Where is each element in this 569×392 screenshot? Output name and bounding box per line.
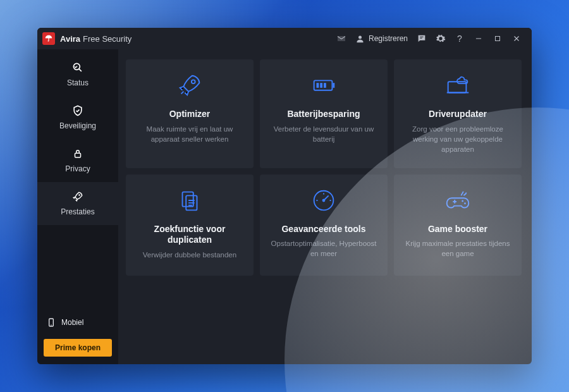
card-optimizer[interactable]: Optimizer Maak ruimte vrij en laat uw ap… xyxy=(126,59,254,168)
brand-name: Avira xyxy=(60,34,80,44)
main-content: Optimizer Maak ruimte vrij en laat uw ap… xyxy=(118,49,532,364)
nav-item-privacy[interactable]: Privacy xyxy=(37,139,118,182)
card-duplicate-finder[interactable]: Zoekfunctie voor duplicaten Verwijder du… xyxy=(126,175,254,276)
account-button[interactable]: Registreren xyxy=(352,30,412,47)
svg-point-19 xyxy=(464,202,466,204)
rocket-icon xyxy=(71,190,85,204)
lock-icon xyxy=(71,147,85,161)
card-title: Batterijbesparing xyxy=(287,109,360,120)
documents-icon xyxy=(175,186,204,215)
nav-label: Beveiliging xyxy=(59,121,96,130)
svg-rect-11 xyxy=(320,83,322,88)
gamepad-icon xyxy=(443,186,472,215)
prime-buy-button[interactable]: Prime kopen xyxy=(44,339,112,357)
card-driver-updater[interactable]: Driverupdater Zorg voor een probleemloze… xyxy=(394,59,522,168)
sidebar: Status Beveiliging Privacy xyxy=(37,49,118,364)
rocket-icon xyxy=(175,71,204,100)
svg-point-0 xyxy=(358,35,362,39)
battery-icon xyxy=(309,71,338,100)
minimize-icon xyxy=(474,34,483,43)
minimize-button[interactable] xyxy=(470,30,487,47)
card-description: Verwijder dubbele bestanden xyxy=(143,250,236,260)
nav: Status Beveiliging Privacy xyxy=(37,49,118,225)
svg-point-4 xyxy=(78,194,80,196)
app-window: Avira Free Security Registreren ? xyxy=(37,28,532,364)
umbrella-icon xyxy=(44,34,53,43)
gear-icon xyxy=(436,34,446,44)
status-icon xyxy=(71,61,85,75)
brand-logo xyxy=(42,32,55,45)
svg-rect-9 xyxy=(333,83,334,88)
nav-item-security[interactable]: Beveiliging xyxy=(37,96,118,139)
close-icon xyxy=(512,34,521,43)
card-grid: Optimizer Maak ruimte vrij en laat uw ap… xyxy=(126,59,522,276)
card-advanced-tools[interactable]: Geavanceerde tools Opstartoptimalisatie,… xyxy=(260,175,388,276)
card-description: Zorg voor een probleemloze werking van u… xyxy=(404,124,511,154)
card-title: Geavanceerde tools xyxy=(281,224,365,235)
svg-rect-3 xyxy=(75,153,81,157)
svg-point-7 xyxy=(192,80,195,83)
user-icon xyxy=(355,34,365,44)
svg-rect-10 xyxy=(317,83,319,88)
close-button[interactable] xyxy=(508,30,525,47)
nav-label: Status xyxy=(67,78,89,87)
register-label: Registreren xyxy=(369,34,408,43)
card-title: Zoekfunctie voor duplicaten xyxy=(136,224,243,246)
prime-label: Prime kopen xyxy=(55,343,101,352)
nav-item-status[interactable]: Status xyxy=(37,53,118,96)
card-description: Verbeter de levensduur van uw batterij xyxy=(270,124,377,144)
window-body: Status Beveiliging Privacy xyxy=(37,49,532,364)
laptop-cloud-icon xyxy=(443,71,472,100)
card-title: Driverupdater xyxy=(429,109,487,120)
svg-point-18 xyxy=(462,200,463,202)
feedback-button[interactable] xyxy=(413,30,431,47)
card-title: Game booster xyxy=(428,224,487,235)
help-button[interactable]: ? xyxy=(451,30,468,47)
maximize-button[interactable] xyxy=(489,30,506,47)
settings-button[interactable] xyxy=(432,30,450,47)
svg-rect-12 xyxy=(324,83,326,88)
svg-rect-14 xyxy=(183,192,193,206)
nav-item-performance[interactable]: Prestaties xyxy=(37,182,118,225)
card-description: Maak ruimte vrij en laat uw apparaat sne… xyxy=(136,124,243,144)
card-title: Optimizer xyxy=(169,109,211,120)
feedback-icon xyxy=(417,34,427,44)
product-name: Free Security xyxy=(83,34,132,44)
mail-icon xyxy=(336,34,346,44)
maximize-icon xyxy=(494,35,501,42)
nav-label: Prestaties xyxy=(61,207,94,216)
nav-item-mobile[interactable]: Mobiel xyxy=(37,311,118,334)
gauge-icon xyxy=(309,186,338,215)
nav-label: Privacy xyxy=(65,164,90,173)
shield-icon xyxy=(71,104,85,118)
card-description: Krijg maximale prestaties tijdens een ga… xyxy=(404,238,511,259)
titlebar: Avira Free Security Registreren ? xyxy=(37,28,532,49)
svg-point-17 xyxy=(322,199,326,202)
mobile-label: Mobiel xyxy=(61,318,83,327)
help-icon: ? xyxy=(457,34,462,44)
titlebar-actions: Registreren ? xyxy=(333,30,525,47)
mail-button[interactable] xyxy=(333,30,350,47)
card-description: Opstartoptimalisatie, Hyperboost en meer xyxy=(270,238,377,259)
mobile-icon xyxy=(46,317,56,328)
card-battery[interactable]: Batterijbesparing Verbeter de levensduur… xyxy=(260,59,388,168)
card-game-booster[interactable]: Game booster Krijg maximale prestaties t… xyxy=(394,175,522,276)
svg-point-6 xyxy=(51,324,51,325)
svg-rect-1 xyxy=(496,37,500,41)
